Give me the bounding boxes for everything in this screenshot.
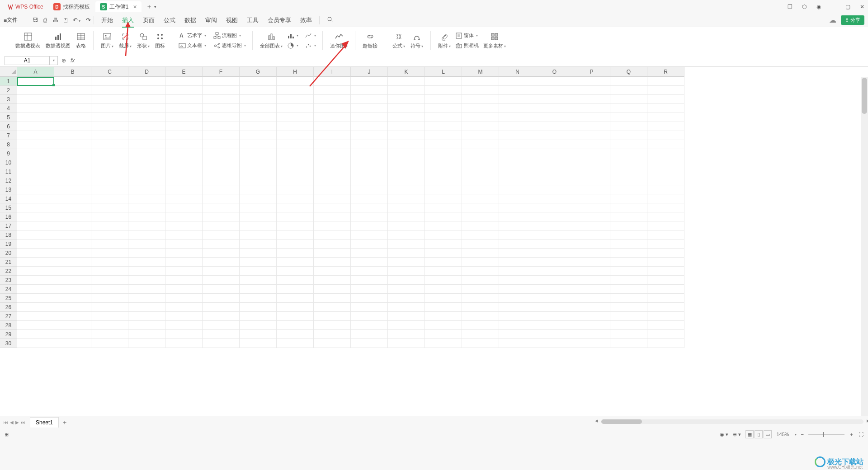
cell[interactable] <box>203 104 240 113</box>
cell[interactable] <box>462 158 499 167</box>
cell[interactable] <box>314 321 351 330</box>
cell[interactable] <box>91 176 128 185</box>
cell[interactable] <box>165 86 203 95</box>
col-header-P[interactable]: P <box>573 67 610 77</box>
cell[interactable] <box>240 185 277 194</box>
cell[interactable] <box>536 330 573 339</box>
cell[interactable] <box>54 203 91 212</box>
cell[interactable] <box>203 285 240 294</box>
shapes-button[interactable]: 形状▾ <box>134 32 152 49</box>
row-header-28[interactable]: 28 <box>0 321 17 330</box>
cell[interactable] <box>351 104 388 113</box>
cell[interactable] <box>388 167 425 176</box>
cell[interactable] <box>165 212 203 221</box>
cell[interactable] <box>462 240 499 249</box>
horizontal-scroll-thumb[interactable] <box>601 419 642 424</box>
cell[interactable] <box>573 113 610 122</box>
cell[interactable] <box>388 185 425 194</box>
cell[interactable] <box>277 86 314 95</box>
cell[interactable] <box>536 104 573 113</box>
cell[interactable] <box>388 122 425 131</box>
cell[interactable] <box>499 321 536 330</box>
col-header-A[interactable]: A <box>17 67 54 77</box>
cell[interactable] <box>54 339 91 348</box>
cell[interactable] <box>91 113 128 122</box>
cell[interactable] <box>277 122 314 131</box>
cell[interactable] <box>425 77 462 86</box>
col-header-D[interactable]: D <box>128 67 165 77</box>
window-minimize-icon[interactable]: — <box>829 4 837 10</box>
cell[interactable] <box>128 194 165 203</box>
cell[interactable] <box>351 86 388 95</box>
cell[interactable] <box>499 185 536 194</box>
cell[interactable] <box>203 221 240 230</box>
cell[interactable] <box>17 276 54 285</box>
cell[interactable] <box>388 258 425 267</box>
cell[interactable] <box>425 221 462 230</box>
cell[interactable] <box>128 86 165 95</box>
cell[interactable] <box>647 303 684 312</box>
row-header-16[interactable]: 16 <box>0 212 17 221</box>
cell[interactable] <box>203 140 240 149</box>
cell[interactable] <box>240 249 277 258</box>
cell[interactable] <box>203 303 240 312</box>
cell[interactable] <box>54 230 91 240</box>
cell[interactable] <box>314 104 351 113</box>
cell[interactable] <box>425 249 462 258</box>
cell[interactable] <box>536 203 573 212</box>
cell[interactable] <box>462 294 499 303</box>
cell[interactable] <box>165 77 203 86</box>
print-preview-icon[interactable]: ⎙ <box>43 17 47 24</box>
cell[interactable] <box>203 113 240 122</box>
row-header-17[interactable]: 17 <box>0 221 17 230</box>
cell-reference-input[interactable]: A1 <box>5 56 50 65</box>
bar-chart-button[interactable]: ▾ <box>285 31 300 40</box>
cell[interactable] <box>91 258 128 267</box>
cell[interactable] <box>314 185 351 194</box>
cell[interactable] <box>462 176 499 185</box>
col-header-O[interactable]: O <box>536 67 573 77</box>
cell[interactable] <box>499 230 536 240</box>
cell[interactable] <box>647 185 684 194</box>
cell[interactable] <box>165 258 203 267</box>
cell[interactable] <box>536 95 573 104</box>
cell[interactable] <box>462 221 499 230</box>
cell[interactable] <box>351 267 388 276</box>
cell[interactable] <box>203 276 240 285</box>
status-left-icon[interactable]: ⊞ <box>5 432 9 437</box>
cell[interactable] <box>573 167 610 176</box>
cell[interactable] <box>314 149 351 158</box>
menu-审阅[interactable]: 审阅 <box>201 14 222 26</box>
cell[interactable] <box>91 203 128 212</box>
row-header-24[interactable]: 24 <box>0 285 17 294</box>
cell[interactable] <box>388 131 425 140</box>
cell[interactable] <box>54 140 91 149</box>
cell[interactable] <box>91 276 128 285</box>
cell[interactable] <box>91 285 128 294</box>
cell[interactable] <box>91 131 128 140</box>
pivot-table-button[interactable]: 数据透视表 <box>13 32 43 49</box>
row-header-18[interactable]: 18 <box>0 230 17 240</box>
cell[interactable] <box>203 194 240 203</box>
cell[interactable] <box>203 330 240 339</box>
cell[interactable] <box>165 303 203 312</box>
add-sheet-button[interactable]: ＋ <box>61 418 68 427</box>
cell[interactable] <box>610 330 647 339</box>
cell[interactable] <box>425 158 462 167</box>
cell[interactable] <box>277 230 314 240</box>
cell[interactable] <box>388 276 425 285</box>
cell[interactable] <box>499 221 536 230</box>
flowchart-button[interactable]: 流程图▾ <box>212 31 248 40</box>
cell[interactable] <box>17 176 54 185</box>
cell[interactable] <box>351 330 388 339</box>
cell[interactable] <box>462 86 499 95</box>
col-header-Q[interactable]: Q <box>610 67 647 77</box>
cell[interactable] <box>203 95 240 104</box>
cell[interactable] <box>647 95 684 104</box>
cell[interactable] <box>388 240 425 249</box>
cell[interactable] <box>647 321 684 330</box>
cell[interactable] <box>573 240 610 249</box>
cell[interactable] <box>573 77 610 86</box>
cell[interactable] <box>610 77 647 86</box>
menu-页面[interactable]: 页面 <box>138 14 159 26</box>
